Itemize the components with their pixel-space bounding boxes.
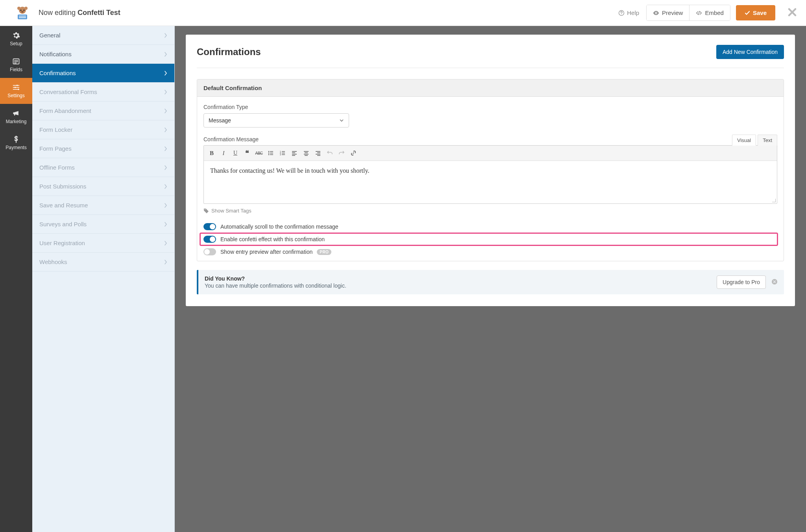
- preview-button[interactable]: Preview: [647, 5, 689, 20]
- canvas: Confirmations Add New Confirmation Defau…: [175, 26, 806, 532]
- chevron-right-icon: [164, 71, 167, 76]
- sidebar-item-user-registration[interactable]: User Registration: [32, 234, 174, 253]
- blockquote-button[interactable]: ❝: [242, 148, 253, 158]
- tab-visual[interactable]: Visual: [732, 135, 756, 146]
- align-left-button[interactable]: [289, 148, 300, 158]
- sidebar-item-general[interactable]: General: [32, 26, 174, 45]
- numbered-list-button[interactable]: 123: [277, 148, 288, 158]
- smart-tags-link[interactable]: Show Smart Tags: [203, 208, 777, 214]
- editor-textarea[interactable]: Thanks for contacting us! We will be in …: [204, 161, 777, 203]
- upgrade-button[interactable]: Upgrade to Pro: [717, 275, 766, 289]
- svg-rect-13: [14, 60, 18, 61]
- svg-rect-34: [292, 155, 295, 156]
- gear-icon: [12, 31, 20, 39]
- svg-rect-7: [19, 16, 26, 17]
- confirmation-type-select[interactable]: Message: [203, 113, 349, 127]
- dollar-icon: [12, 135, 20, 143]
- svg-rect-15: [14, 63, 17, 63]
- svg-rect-35: [304, 151, 309, 152]
- tip-title: Did You Know?: [205, 275, 245, 282]
- megaphone-icon: [12, 109, 20, 117]
- sidebar-item-offline-forms[interactable]: Offline Forms: [32, 158, 174, 177]
- iconbar-payments[interactable]: Payments: [0, 130, 32, 156]
- sidebar-item-confirmations[interactable]: Confirmations: [32, 64, 174, 83]
- svg-rect-31: [292, 151, 297, 152]
- help-link[interactable]: Help: [618, 9, 639, 16]
- save-button[interactable]: Save: [736, 5, 775, 20]
- link-button[interactable]: [348, 148, 359, 158]
- svg-rect-36: [305, 153, 308, 153]
- svg-text:3: 3: [280, 153, 281, 156]
- svg-point-18: [18, 89, 19, 90]
- chevron-right-icon: [164, 222, 167, 227]
- bold-button[interactable]: B: [206, 148, 217, 158]
- sidebar-item-post-submissions[interactable]: Post Submissions: [32, 177, 174, 196]
- chevron-down-icon: [339, 118, 344, 123]
- sidebar-item-label: Notifications: [39, 51, 72, 57]
- sidebar-item-surveys-and-polls[interactable]: Surveys and Polls: [32, 215, 174, 234]
- add-confirmation-button[interactable]: Add New Confirmation: [716, 45, 784, 59]
- tag-icon: [203, 208, 209, 214]
- resize-handle[interactable]: [771, 198, 776, 203]
- strikethrough-button[interactable]: ABC: [253, 148, 264, 158]
- redo-button[interactable]: [336, 148, 347, 158]
- chevron-right-icon: [164, 260, 167, 264]
- svg-point-3: [20, 9, 21, 11]
- tip-close-button[interactable]: [771, 279, 778, 286]
- message-label: Confirmation Message: [203, 136, 259, 142]
- sidebar-item-form-abandonment[interactable]: Form Abandonment: [32, 102, 174, 120]
- sidebar-item-form-locker[interactable]: Form Locker: [32, 120, 174, 139]
- sidebar-item-label: Webhooks: [39, 259, 67, 265]
- tab-text[interactable]: Text: [758, 135, 777, 146]
- form-icon: [12, 57, 20, 65]
- sidebar-item-label: Surveys and Polls: [39, 221, 87, 227]
- svg-rect-33: [292, 154, 297, 155]
- svg-point-23: [268, 154, 270, 155]
- sidebar-item-label: Form Pages: [39, 145, 72, 152]
- embed-button[interactable]: Embed: [689, 5, 730, 20]
- svg-point-1: [17, 7, 20, 10]
- bulleted-list-button[interactable]: [265, 148, 276, 158]
- sidebar-item-label: User Registration: [39, 240, 85, 246]
- align-right-button[interactable]: [312, 148, 324, 158]
- undo-button[interactable]: [324, 148, 335, 158]
- italic-button[interactable]: I: [218, 148, 229, 158]
- iconbar-settings[interactable]: Settings: [0, 78, 32, 104]
- svg-point-17: [15, 87, 16, 88]
- sidebar-item-label: General: [39, 32, 60, 39]
- sidebar-item-form-pages[interactable]: Form Pages: [32, 139, 174, 158]
- svg-rect-40: [317, 153, 320, 153]
- svg-rect-6: [18, 15, 27, 19]
- align-center-button[interactable]: [301, 148, 312, 158]
- toggle-row-scroll: Automatically scroll to the confirmation…: [203, 220, 777, 233]
- svg-rect-38: [305, 155, 308, 156]
- svg-point-5: [21, 11, 24, 12]
- svg-rect-37: [304, 154, 309, 155]
- svg-point-2: [24, 7, 28, 10]
- sidebar-item-webhooks[interactable]: Webhooks: [32, 253, 174, 272]
- iconbar-setup[interactable]: Setup: [0, 26, 32, 52]
- toggle-scroll[interactable]: [203, 223, 216, 230]
- toggle-row-preview: Show entry preview after confirmation PR…: [203, 245, 777, 259]
- underline-button[interactable]: U: [230, 148, 241, 158]
- iconbar-fields[interactable]: Fields: [0, 52, 32, 78]
- pro-badge: PRO: [317, 249, 331, 255]
- toggle-entry-preview[interactable]: [203, 248, 216, 255]
- chevron-right-icon: [164, 146, 167, 151]
- topbar-button-group: Preview Embed: [646, 5, 730, 21]
- card-title: Default Confirmation: [197, 79, 784, 97]
- chevron-right-icon: [164, 241, 167, 246]
- toggle-confetti[interactable]: [203, 236, 216, 243]
- chevron-right-icon: [164, 203, 167, 208]
- sidebar-item-label: Form Abandonment: [39, 107, 91, 114]
- sidebar-item-notifications[interactable]: Notifications: [32, 45, 174, 64]
- sidebar-item-label: Offline Forms: [39, 164, 75, 171]
- settingsbar: GeneralNotificationsConfirmationsConvers…: [32, 26, 175, 532]
- confirmation-card: Default Confirmation Confirmation Type M…: [197, 79, 784, 261]
- close-button[interactable]: [785, 8, 800, 18]
- iconbar-marketing[interactable]: Marketing: [0, 104, 32, 130]
- sidebar-item-save-and-resume[interactable]: Save and Resume: [32, 196, 174, 215]
- sliders-icon: [12, 83, 20, 91]
- sidebar-item-conversational-forms[interactable]: Conversational Forms: [32, 83, 174, 102]
- svg-point-10: [621, 14, 622, 14]
